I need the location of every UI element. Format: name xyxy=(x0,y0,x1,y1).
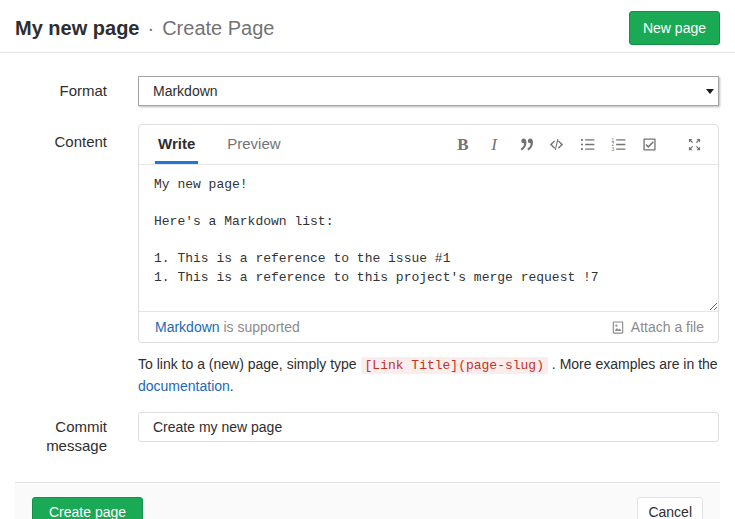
bold-icon[interactable]: B xyxy=(454,135,472,155)
numbered-list-icon[interactable]: 123 xyxy=(609,135,627,155)
code-icon[interactable] xyxy=(547,135,565,155)
blockquote-icon[interactable] xyxy=(516,135,534,155)
format-select[interactable]: Markdown xyxy=(138,76,719,106)
supported-text: is supported xyxy=(220,319,300,335)
content-row: Content Write Preview B I xyxy=(0,124,735,343)
select-arrow-icon xyxy=(706,89,714,94)
page-title: My new page xyxy=(15,17,139,40)
page-subtitle: Create Page xyxy=(162,17,274,40)
markdown-help-link[interactable]: Markdown xyxy=(155,319,220,335)
commit-row: Commit message xyxy=(0,412,735,455)
italic-icon[interactable]: I xyxy=(485,135,503,155)
bullet-list-icon[interactable] xyxy=(578,135,596,155)
create-page-button[interactable]: Create page xyxy=(32,497,143,519)
tab-preview[interactable]: Preview xyxy=(224,125,283,164)
markdown-supported-note: Markdown is supported xyxy=(155,319,300,335)
svg-text:3: 3 xyxy=(611,147,614,152)
content-label: Content xyxy=(0,124,107,150)
link-syntax-code: [Link Title](page-slug) xyxy=(361,357,548,374)
content-textarea[interactable]: My new page! Here's a Markdown list: 1. … xyxy=(139,165,718,311)
attach-file-button[interactable]: Attach a file xyxy=(611,319,704,335)
format-label: Format xyxy=(0,76,107,106)
editor-write-pane: My new page! Here's a Markdown list: 1. … xyxy=(139,165,718,311)
markdown-editor: Write Preview B I xyxy=(138,124,719,343)
breadcrumb: My new page · Create Page xyxy=(15,17,274,40)
format-selected-value: Markdown xyxy=(153,83,218,99)
editor-toolbar: B I 123 xyxy=(454,125,703,164)
attach-image-icon xyxy=(611,320,625,335)
documentation-link[interactable]: documentation xyxy=(138,378,230,394)
breadcrumb-separator: · xyxy=(147,17,154,40)
editor-tabs: Write Preview xyxy=(155,125,310,164)
editor-header: Write Preview B I xyxy=(139,125,718,165)
fullscreen-icon[interactable] xyxy=(685,135,703,155)
editor-footer: Markdown is supported Attach a file xyxy=(139,311,718,342)
commit-message-input[interactable] xyxy=(138,412,719,442)
new-page-button[interactable]: New page xyxy=(629,11,720,45)
tab-write[interactable]: Write xyxy=(155,125,198,164)
commit-message-label: Commit message xyxy=(0,412,107,455)
cancel-button[interactable]: Cancel xyxy=(637,497,703,519)
format-row: Format Markdown xyxy=(0,76,735,106)
page-header: My new page · Create Page New page xyxy=(0,0,735,53)
form-actions-footer: Create page Cancel xyxy=(15,482,720,519)
task-list-icon[interactable] xyxy=(640,135,658,155)
link-help-text: To link to a (new) page, simply type [Li… xyxy=(138,354,719,396)
attach-file-label: Attach a file xyxy=(631,319,704,335)
